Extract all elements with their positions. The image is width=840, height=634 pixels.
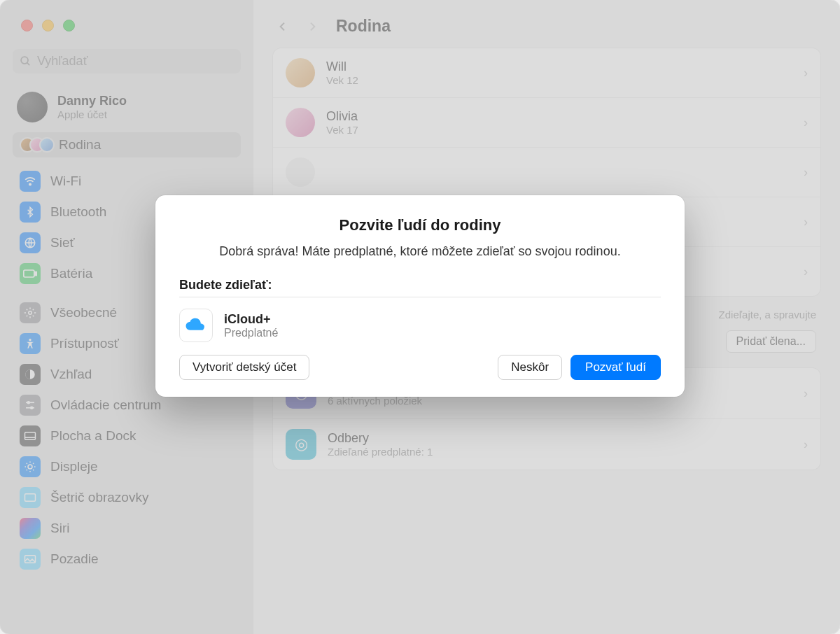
share-item-sub: Predplatné	[224, 327, 278, 339]
share-item-name: iCloud+	[224, 312, 278, 327]
invite-family-modal: Pozvite ľudí do rodiny Dobrá správa! Mát…	[155, 195, 685, 397]
modal-title: Pozvite ľudí do rodiny	[179, 216, 661, 234]
divider	[179, 297, 661, 297]
modal-message: Dobrá správa! Máte predplatné, ktoré môž…	[179, 243, 661, 260]
share-item-row: iCloud+ Predplatné	[179, 306, 661, 355]
modal-actions: Vytvoriť detský účet Neskôr Pozvať ľudí	[179, 355, 661, 380]
invite-people-button[interactable]: Pozvať ľudí	[570, 355, 661, 380]
icloud-icon	[179, 309, 213, 342]
modal-share-heading: Budete zdieľať:	[179, 278, 661, 293]
later-button[interactable]: Neskôr	[498, 355, 562, 380]
settings-window: Vyhľadať Danny Rico Apple účet Rodina Wi…	[0, 0, 840, 634]
create-child-account-button[interactable]: Vytvoriť detský účet	[179, 355, 309, 380]
